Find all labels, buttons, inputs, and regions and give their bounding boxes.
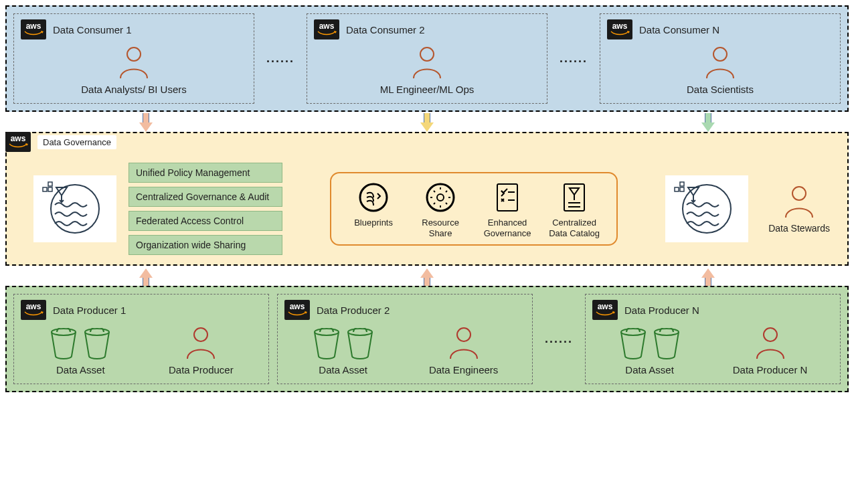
governance-layer: aws Data Governance Unified Policy Manag… xyxy=(5,132,849,266)
capsule-item-blueprints: Blueprints xyxy=(346,183,401,228)
producer-role-block: Data Producer xyxy=(169,325,234,375)
aws-logo-icon: aws xyxy=(592,300,618,320)
capsule-item-enhanced-governance: Enhanced Governance xyxy=(480,183,535,240)
user-icon xyxy=(183,325,218,360)
bucket-icon xyxy=(82,328,112,360)
consumer-title: Data Consumer 2 xyxy=(346,24,425,35)
aws-logo-icon: aws xyxy=(21,19,46,39)
feature-pill: Unified Policy Management xyxy=(129,163,282,183)
consumer-role: Data Scientists xyxy=(607,84,833,95)
catalog-icon xyxy=(562,183,587,212)
arrow-up-icon xyxy=(139,267,153,287)
arrow-down-icon xyxy=(139,113,153,133)
ellipsis: ...... xyxy=(541,332,577,346)
producer-box-n: aws Data Producer N Data Asset Data Prod… xyxy=(585,294,841,384)
consumer-title: Data Consumer 1 xyxy=(53,24,132,35)
governance-title: Data Governance xyxy=(37,135,116,149)
steward-label: Data Stewards xyxy=(768,223,830,234)
ellipsis: ...... xyxy=(262,52,298,66)
aws-logo-icon: aws xyxy=(5,132,31,152)
user-icon xyxy=(446,325,481,360)
data-asset-block: Data Asset xyxy=(49,325,112,375)
aws-logo-icon: aws xyxy=(21,300,46,320)
aws-logo-icon: aws xyxy=(607,19,632,39)
lake-formation-icon xyxy=(665,175,748,242)
bucket-icon xyxy=(618,328,648,360)
arrow-down-icon xyxy=(701,113,715,133)
bucket-icon xyxy=(49,328,78,360)
user-icon xyxy=(703,45,738,80)
steward-block: Data Stewards xyxy=(768,184,830,234)
producer-title: Data Producer 1 xyxy=(53,305,126,316)
arrows-producer-to-governance xyxy=(5,267,849,287)
user-icon xyxy=(410,45,444,80)
aws-logo-icon: aws xyxy=(284,300,310,320)
data-asset-block: Data Asset xyxy=(618,325,681,375)
consumer-box-1: aws Data Consumer 1 Data Analysts/ BI Us… xyxy=(13,13,254,104)
consumer-title: Data Consumer N xyxy=(639,24,719,35)
user-icon xyxy=(753,325,788,360)
checklist-icon xyxy=(495,183,520,212)
gear-icon xyxy=(426,183,455,212)
arrows-consumer-to-governance xyxy=(5,113,849,133)
bucket-icon xyxy=(312,328,341,360)
capsule-item-catalog: Centralized Data Catalog xyxy=(547,183,602,240)
consumer-box-n: aws Data Consumer N Data Scientists xyxy=(600,13,841,104)
producer-box-2: aws Data Producer 2 Data Asset Data Engi… xyxy=(277,294,533,384)
aws-logo-icon: aws xyxy=(314,19,339,39)
producer-box-1: aws Data Producer 1 Data Asset Data Prod… xyxy=(13,294,269,384)
ellipsis: ...... xyxy=(556,52,592,66)
consumer-box-2: aws Data Consumer 2 ML Engineer/ML Ops xyxy=(307,13,547,104)
blueprint-icon xyxy=(359,183,388,212)
consumer-role: Data Analysts/ BI Users xyxy=(21,84,247,95)
producers-layer: aws Data Producer 1 Data Asset Data Prod… xyxy=(5,286,849,392)
capsule-item-resource-share: Resource Share xyxy=(413,183,468,240)
arrow-up-icon xyxy=(420,267,434,287)
user-icon xyxy=(782,184,817,219)
governance-features: Unified Policy Management Centralized Go… xyxy=(129,163,282,255)
feature-pill: Centralized Governance & Audit xyxy=(129,187,282,207)
lake-formation-icon xyxy=(33,175,116,242)
consumer-role: ML Engineer/ML Ops xyxy=(314,84,540,95)
governance-capsule: Blueprints Resource Share Enhanced Gover… xyxy=(330,172,618,246)
arrow-down-icon xyxy=(420,113,434,133)
feature-pill: Organization wide Sharing xyxy=(129,235,282,255)
producer-title: Data Producer 2 xyxy=(317,305,390,316)
consumers-layer: aws Data Consumer 1 Data Analysts/ BI Us… xyxy=(5,5,849,112)
data-asset-block: Data Asset xyxy=(312,325,375,375)
user-icon xyxy=(116,45,151,80)
feature-pill: Federated Access Control xyxy=(129,211,282,231)
arrow-up-icon xyxy=(701,267,715,287)
producer-role-block: Data Engineers xyxy=(429,325,498,375)
producer-role-block: Data Producer N xyxy=(733,325,808,375)
producer-title: Data Producer N xyxy=(624,305,699,316)
bucket-icon xyxy=(345,328,375,360)
bucket-icon xyxy=(652,328,681,360)
